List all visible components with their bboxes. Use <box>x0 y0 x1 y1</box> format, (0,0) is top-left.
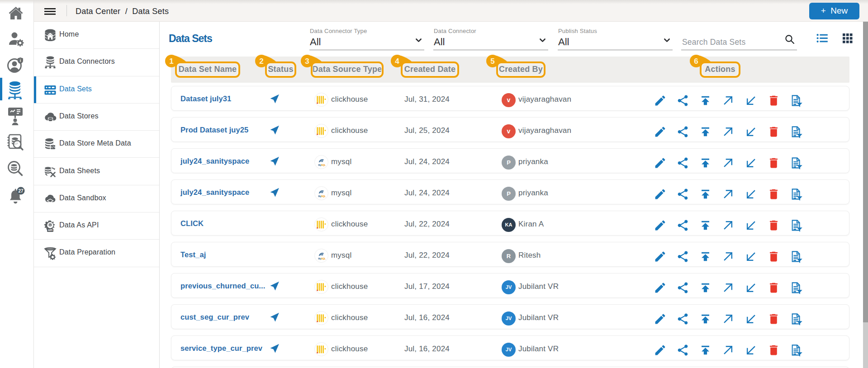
svg-text:5: 5 <box>490 57 494 66</box>
svg-text:SQL: SQL <box>321 164 326 166</box>
svg-text:6: 6 <box>694 57 698 66</box>
svg-text:4: 4 <box>395 57 399 66</box>
svg-text:2: 2 <box>259 57 263 66</box>
svg-text:1: 1 <box>169 57 173 66</box>
svg-text:27: 27 <box>18 189 24 193</box>
svg-text:API: API <box>48 229 52 231</box>
svg-text:SQL: SQL <box>321 257 326 260</box>
svg-text:i: i <box>20 58 21 63</box>
svg-text:3: 3 <box>305 57 309 66</box>
svg-text:SQL: SQL <box>321 195 326 198</box>
svg-text:</>: </> <box>50 146 56 149</box>
